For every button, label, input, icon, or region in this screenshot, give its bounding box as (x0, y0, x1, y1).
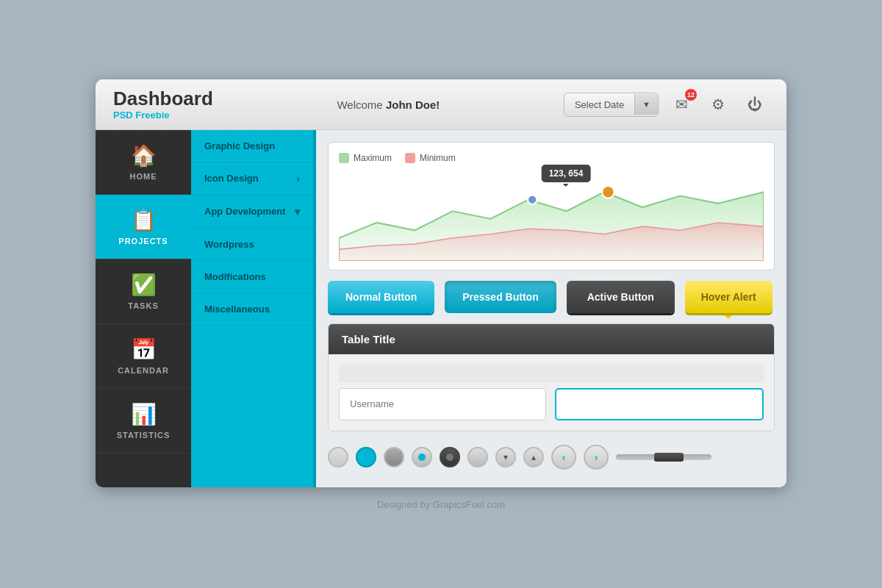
sidebar-item-tasks[interactable]: ✅ TASKS (96, 259, 191, 324)
sub-sidebar-label-graphic-design: Graphic Design (204, 140, 275, 151)
projects-icon: 📋 (131, 208, 157, 232)
radio-light[interactable] (467, 447, 488, 467)
sub-sidebar-item-graphic-design[interactable]: Graphic Design (191, 130, 313, 162)
table-title: Table Title (329, 324, 774, 354)
calendar-icon: 📅 (131, 337, 157, 362)
pressed-button[interactable]: Pressed Button (445, 281, 556, 313)
dropdown-up[interactable]: ▴ (523, 447, 544, 467)
svg-point-0 (528, 195, 537, 204)
date-picker-button[interactable]: Select Date ▼ (564, 93, 659, 117)
footer-credit: Designed by GrapicsFuel.com (377, 487, 505, 516)
sub-sidebar-item-modifications[interactable]: Modifications (191, 261, 313, 293)
chart-container: Maximum Minimum 123, 654 (328, 142, 775, 270)
sub-sidebar-item-wordpress[interactable]: Wordpress (191, 229, 313, 261)
chevron-down-icon: ▾ (295, 206, 300, 218)
hover-alert-button[interactable]: Hover Alert (685, 281, 772, 313)
sidebar-item-home[interactable]: 🏠 HOME (96, 130, 191, 195)
tasks-icon: ✅ (131, 273, 157, 297)
header-controls: Select Date ▼ ✉ 12 ⚙ ⏻ (564, 90, 769, 118)
dropdown-down[interactable]: ▾ (495, 447, 516, 467)
app-title: Dashboard (113, 88, 213, 110)
sidebar-label-projects: PROJECTS (118, 237, 168, 245)
settings-button[interactable]: ⚙ (704, 90, 732, 118)
sidebar-item-statistics[interactable]: 📊 STATISTICS (96, 389, 191, 453)
chart-svg (339, 169, 764, 261)
sidebar-label-tasks: TASKS (128, 301, 158, 310)
chevron-right-icon: › (296, 173, 300, 184)
main-content: Maximum Minimum 123, 654 (316, 130, 786, 487)
sub-sidebar-label-modifications: Modifications (204, 271, 266, 282)
sub-sidebar-label-miscellaneous: Miscellaneous (204, 304, 270, 315)
normal-button[interactable]: Normal Button (328, 281, 434, 313)
buttons-row: Normal Button Pressed Button Active Butt… (328, 281, 775, 313)
sidebar-label-calendar: CALENDAR (118, 366, 169, 375)
radio-dark-filled[interactable] (440, 447, 460, 467)
welcome-name: John Doe! (386, 98, 440, 111)
legend-max-label: Maximum (354, 153, 392, 163)
sub-sidebar-label-app-development: App Development (204, 206, 286, 217)
sidebar-label-home: HOME (130, 172, 157, 181)
nav-next-button[interactable]: › (584, 445, 609, 470)
sub-sidebar-item-app-development[interactable]: App Development ▾ (191, 196, 313, 229)
sub-sidebar-item-icon-design[interactable]: Icon Design › (191, 162, 313, 196)
nav-prev-button[interactable]: ‹ (551, 445, 576, 470)
date-arrow-icon: ▼ (634, 94, 658, 115)
radio-dark-gray[interactable] (384, 447, 404, 467)
legend-min-label: Minimum (420, 153, 456, 163)
legend-minimum: Minimum (405, 153, 456, 163)
slider-thumb[interactable] (654, 453, 684, 462)
password-input[interactable]: ★ ★ ★ ★ ★ ★ ★ (555, 388, 764, 420)
app-subtitle: PSD Freebie (113, 110, 213, 121)
sub-sidebar: Graphic Design Icon Design › App Develop… (191, 130, 316, 487)
username-input[interactable] (339, 388, 546, 420)
header: Dashboard PSD Freebie Welcome John Doe! … (96, 79, 786, 130)
sidebar: 🏠 HOME 📋 PROJECTS ✅ TASKS 📅 CALENDAR 📊 S… (96, 130, 191, 487)
mail-button[interactable]: ✉ 12 (667, 90, 695, 118)
welcome-text: Welcome (337, 98, 385, 111)
sub-sidebar-label-icon-design: Icon Design (204, 173, 259, 184)
table-row-placeholder (339, 365, 764, 382)
table-body: ★ ★ ★ ★ ★ ★ ★ (329, 354, 774, 431)
active-button[interactable]: Active Button (567, 281, 675, 313)
sub-sidebar-label-wordpress: Wordpress (204, 239, 254, 250)
radio-gray[interactable] (328, 447, 348, 467)
svg-point-1 (602, 186, 614, 198)
sidebar-item-projects[interactable]: 📋 PROJECTS (96, 195, 191, 259)
legend-max-color (339, 153, 349, 163)
body-wrapper: 🏠 HOME 📋 PROJECTS ✅ TASKS 📅 CALENDAR 📊 S… (96, 130, 786, 487)
slider-track (616, 454, 711, 460)
sub-sidebar-item-miscellaneous[interactable]: Miscellaneous (191, 293, 313, 326)
home-icon: 🏠 (131, 143, 157, 168)
date-label: Select Date (564, 93, 634, 116)
radio-inner-blue[interactable] (412, 447, 432, 467)
notification-badge: 12 (685, 89, 697, 101)
sidebar-label-statistics: STATISTICS (117, 431, 171, 440)
table-section: Table Title ★ ★ ★ ★ ★ ★ ★ (328, 323, 775, 431)
welcome-message: Welcome John Doe! (213, 98, 564, 111)
header-title-block: Dashboard PSD Freebie (113, 88, 213, 121)
power-button[interactable]: ⏻ (741, 90, 769, 118)
legend-maximum: Maximum (339, 153, 392, 163)
chart-tooltip: 123, 654 (542, 165, 591, 182)
sidebar-item-calendar[interactable]: 📅 CALENDAR (96, 324, 191, 389)
table-inputs: ★ ★ ★ ★ ★ ★ ★ (339, 388, 764, 420)
chart-legend: Maximum Minimum (339, 153, 764, 163)
statistics-icon: 📊 (131, 402, 157, 426)
radio-active[interactable] (356, 447, 376, 467)
controls-row: ▾ ▴ ‹ › (328, 442, 775, 476)
legend-min-color (405, 153, 415, 163)
